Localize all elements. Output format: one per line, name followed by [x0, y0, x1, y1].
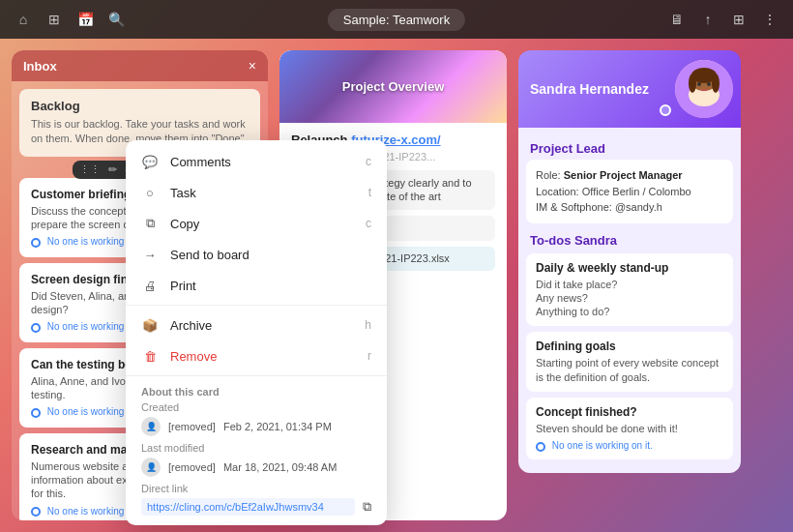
ctx-send-to-board[interactable]: → Send to board [126, 239, 387, 270]
grid-icon[interactable]: ⊞ [43, 8, 66, 31]
ctx-print-label: Print [170, 279, 196, 293]
ctx-about-title: About this card [126, 380, 387, 399]
ctx-remove-label: Remove [170, 349, 217, 364]
assignee-dot [31, 323, 41, 333]
sandra-header: Sandra Hernandez [518, 50, 741, 128]
todos-label: To-dos Sandra [526, 231, 733, 253]
ctx-task-shortcut: t [368, 186, 371, 199]
send-icon: → [141, 246, 159, 263]
calendar-icon[interactable]: 📅 [73, 8, 97, 31]
ctx-comments-shortcut: c [366, 155, 371, 168]
toolbar-grid[interactable]: ⋮⋮ [77, 163, 103, 176]
board-area: Inbox × Backlog This is our backlog. Tak… [0, 39, 793, 532]
inbox-close-button[interactable]: × [249, 58, 256, 74]
project-header-label: Project Overview [342, 79, 445, 94]
ctx-modified-avatar: 👤 [141, 458, 161, 477]
ctx-comments[interactable]: 💬 Comments c [126, 146, 387, 177]
toolbar-edit[interactable]: ✏ [106, 163, 119, 176]
ctx-task[interactable]: ○ Task t [126, 177, 387, 208]
assignee-dot [31, 238, 41, 248]
archive-icon: 📦 [141, 316, 159, 334]
ctx-created-row: 👤 [removed] Feb 2, 2021, 01:34 PM [126, 413, 387, 440]
todo-title-1: Defining goals [536, 340, 723, 353]
ctx-modified-label: Last modified [126, 440, 387, 454]
sandra-avatar [675, 60, 733, 118]
ctx-comments-label: Comments [170, 155, 231, 169]
lead-info-card: Role: Senior Project Manager Location: O… [526, 160, 733, 223]
ctx-modified-date: Mar 18, 2021, 09:48 AM [223, 461, 337, 473]
todo-title-0: Daily & weekly stand-up [536, 261, 723, 275]
lead-role: Role: Senior Project Manager [536, 167, 723, 184]
ctx-link-row: https://cling.com/c/bEf2aIwJhwsmv34 ⧉ [126, 494, 387, 519]
backlog-title: Backlog [31, 99, 249, 113]
sandra-column: Sandra Hernandez [518, 50, 741, 520]
todo-card-2: Concept finished? Steven should be done … [526, 398, 733, 459]
todo-lines-0: Did it take place?Any news?Anything to d… [536, 278, 723, 319]
home-icon[interactable]: ⌂ [12, 8, 35, 31]
search-icon[interactable]: 🔍 [104, 8, 128, 31]
ctx-created-label: Created [126, 399, 387, 413]
ctx-remove[interactable]: 🗑 Remove r [126, 340, 387, 371]
assignee-dot [31, 408, 41, 418]
ctx-task-label: Task [170, 186, 196, 200]
ctx-created-avatar: 👤 [141, 417, 161, 436]
ctx-link-copy-button[interactable]: ⧉ [363, 499, 371, 515]
task-icon: ○ [141, 184, 159, 201]
ctx-divider-1 [126, 305, 387, 306]
status-dot [660, 104, 671, 116]
ctx-link-url[interactable]: https://cling.com/c/bEf2aIwJhwsmv34 [141, 498, 355, 516]
monitor-icon[interactable]: 🖥 [665, 8, 689, 31]
top-nav: ⌂ ⊞ 📅 🔍 Sample: Teamwork 🖥 ↑ ⊞ ⋮ [0, 0, 793, 39]
sandra-body: Project Lead Role: Senior Project Manage… [518, 128, 741, 473]
apps-icon[interactable]: ⊞ [727, 8, 750, 31]
todo-lines-2: Steven should be done with it! [536, 422, 723, 435]
ctx-created-by: [removed] [168, 421, 216, 432]
ctx-copy[interactable]: ⧉ Copy c [126, 208, 387, 239]
ctx-link-label: Direct link [126, 481, 387, 494]
todo-card-0: Daily & weekly stand-up Did it take plac… [526, 253, 733, 327]
comments-icon: 💬 [141, 153, 159, 170]
ctx-send-label: Send to board [170, 248, 250, 262]
assignee-dot [536, 442, 545, 452]
ctx-archive-label: Archive [170, 318, 212, 333]
ctx-archive[interactable]: 📦 Archive h [126, 310, 387, 340]
ctx-divider-2 [126, 375, 387, 376]
inbox-header: Inbox × [12, 50, 268, 81]
ctx-modified-by: [removed] [168, 461, 216, 473]
ctx-modified-row: 👤 [removed] Mar 18, 2021, 09:48 AM [126, 454, 387, 481]
ctx-archive-shortcut: h [365, 318, 371, 332]
assignee-dot [31, 507, 41, 517]
print-icon: 🖨 [141, 277, 159, 294]
todo-assignee-2: No one is working on it. [536, 440, 723, 451]
todo-title-2: Concept finished? [536, 405, 723, 419]
lead-role-value: Senior Project Manager [564, 169, 683, 181]
svg-point-7 [689, 74, 696, 93]
ctx-print[interactable]: 🖨 Print [126, 270, 387, 301]
more-icon[interactable]: ⋮ [758, 8, 781, 31]
ctx-created-date: Feb 2, 2021, 01:34 PM [223, 421, 332, 432]
copy-icon: ⧉ [141, 215, 159, 232]
app-title: Sample: Teamwork [328, 9, 465, 31]
project-header-image: Project Overview [279, 50, 507, 123]
todo-card-1: Defining goals Starting point of every w… [526, 332, 733, 392]
lead-location: Location: Office Berlin / Colombo [536, 184, 723, 200]
share-icon[interactable]: ↑ [696, 8, 720, 31]
project-lead-label: Project Lead [526, 135, 733, 160]
lead-im: IM & Softphone: @sandy.h [536, 199, 723, 216]
sandra-name: Sandra Hernandez [530, 81, 649, 97]
inbox-title: Inbox [23, 59, 57, 74]
svg-point-8 [712, 74, 720, 93]
ctx-remove-shortcut: r [367, 349, 371, 363]
todo-lines-1: Starting point of every website concept … [536, 356, 723, 384]
remove-icon: 🗑 [141, 347, 159, 365]
ctx-copy-shortcut: c [366, 217, 371, 230]
ctx-copy-label: Copy [170, 217, 199, 231]
context-menu: 💬 Comments c ○ Task t ⧉ Copy c → Send to… [126, 140, 387, 525]
